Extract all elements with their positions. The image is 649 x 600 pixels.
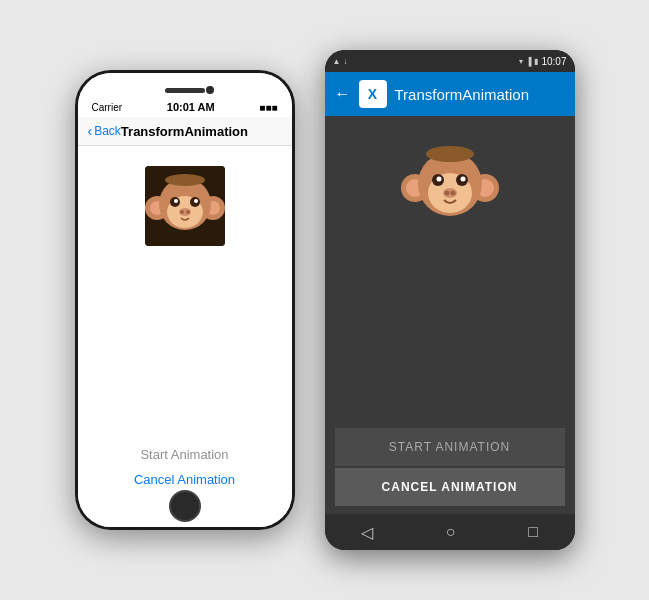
android-monkey-image [400, 136, 500, 240]
android-notification-icons: ▲ ↓ [333, 57, 348, 66]
android-battery-icon: ▮ [534, 57, 538, 66]
android-app-icon: X [359, 80, 387, 108]
android-back-button[interactable]: ← [335, 85, 351, 103]
ios-battery: ■■■ [259, 102, 277, 113]
ios-back-label: Back [94, 124, 121, 138]
android-signal-icon: ▐ [526, 57, 532, 66]
android-start-animation-button[interactable]: START ANIMATION [335, 428, 565, 466]
android-status-bar: ▲ ↓ ▾ ▐ ▮ 10:07 [325, 50, 575, 72]
ios-status-bar: Carrier 10:01 AM ■■■ [78, 73, 292, 117]
svg-point-9 [174, 199, 178, 203]
svg-point-10 [194, 199, 198, 203]
android-buttons-area: START ANIMATION CANCEL ANIMATION [325, 428, 575, 514]
ios-back-chevron-icon: ‹ [88, 123, 93, 139]
ios-back-button[interactable]: ‹ Back [88, 123, 121, 139]
android-warning-icon: ▲ [333, 57, 341, 66]
android-nav-bar: ◁ ○ □ [325, 514, 575, 550]
ios-start-animation-button[interactable]: Start Animation [140, 447, 228, 462]
svg-point-28 [450, 191, 455, 196]
ios-home-button[interactable] [169, 490, 201, 522]
ios-content: Start Animation Cancel Animation [78, 146, 292, 527]
svg-point-12 [180, 210, 184, 214]
android-toolbar: ← X TransformAnimation [325, 72, 575, 116]
android-content [325, 116, 575, 428]
ios-phone: Carrier 10:01 AM ■■■ ‹ Back TransformAni… [75, 70, 295, 530]
ios-camera [206, 86, 214, 94]
android-toolbar-title: TransformAnimation [395, 86, 530, 103]
android-time: 10:07 [541, 56, 566, 67]
ios-nav-bar: ‹ Back TransformAnimation [78, 117, 292, 146]
android-phone: ▲ ↓ ▾ ▐ ▮ 10:07 ← X TransformAnimation [325, 50, 575, 550]
ios-cancel-animation-button[interactable]: Cancel Animation [134, 472, 235, 487]
ios-monkey-image [145, 166, 225, 246]
svg-point-27 [444, 191, 449, 196]
android-wifi-icon: ▾ [519, 57, 523, 66]
android-nav-recent-icon[interactable]: □ [528, 523, 538, 541]
android-download-icon: ↓ [343, 57, 347, 66]
android-nav-home-icon[interactable]: ○ [446, 523, 456, 541]
android-nav-back-icon[interactable]: ◁ [361, 523, 373, 542]
ios-nav-title: TransformAnimation [121, 124, 248, 139]
svg-point-14 [165, 174, 205, 186]
svg-point-13 [186, 210, 190, 214]
android-cancel-animation-button[interactable]: CANCEL ANIMATION [335, 468, 565, 506]
ios-speaker [165, 88, 205, 93]
svg-point-25 [460, 177, 465, 182]
svg-point-29 [426, 146, 474, 162]
android-right-status: ▾ ▐ ▮ 10:07 [519, 56, 567, 67]
ios-carrier: Carrier [92, 102, 123, 113]
ios-time: 10:01 AM [167, 101, 215, 113]
svg-point-24 [436, 177, 441, 182]
android-app-icon-text: X [368, 86, 377, 102]
